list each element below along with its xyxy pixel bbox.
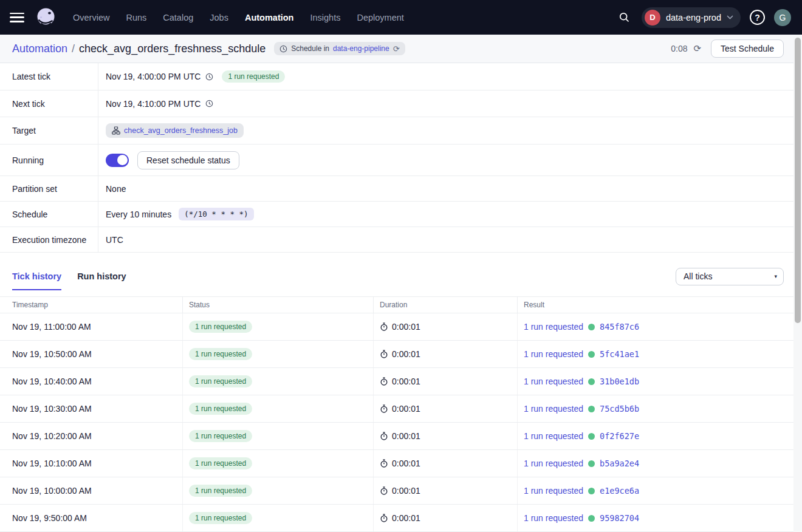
test-schedule-button[interactable]: Test Schedule [711, 39, 784, 58]
run-id-link[interactable]: 0f2f627e [600, 431, 639, 441]
target-job-link[interactable]: check_avg_orders_freshness_job [124, 126, 238, 135]
run-id-link[interactable]: 95982704 [600, 513, 639, 523]
refresh-icon[interactable]: ⟳ [693, 43, 701, 54]
stopwatch-icon [380, 514, 388, 522]
help-glyph: ? [755, 13, 760, 22]
run-id-link[interactable]: 845f87c6 [600, 322, 639, 332]
run-id-link[interactable]: 5fc41ae1 [600, 349, 639, 359]
scrollbar-thumb[interactable] [795, 38, 801, 323]
stopwatch-icon [380, 486, 388, 495]
tab-run-history[interactable]: Run history [77, 271, 126, 290]
breadcrumb-separator: / [72, 43, 75, 55]
tick-status-badge: 1 run requested [189, 512, 252, 524]
schedule-description: Every 10 minutes [106, 210, 171, 219]
tick-status-badge: 1 run requested [189, 457, 252, 469]
page-title: check_avg_orders_freshness_schdule [79, 43, 266, 55]
scrollbar-track [793, 35, 802, 532]
detail-row-target: Target check_avg_orders_freshness_job [0, 117, 802, 145]
page: Overview Runs Catalog Jobs Automation In… [0, 0, 802, 532]
tick-result-link[interactable]: 1 run requested [524, 431, 583, 441]
tick-status-badge: 1 run requested [189, 403, 252, 415]
run-id-link[interactable]: b5a9a2e4 [600, 459, 639, 468]
nav-item-insights[interactable]: Insights [310, 13, 340, 22]
timezone-value: UTC [106, 235, 123, 245]
next-tick-timestamp: Nov 19, 4:10:00 PM UTC [106, 99, 200, 109]
tick-result-link[interactable]: 1 run requested [524, 322, 583, 332]
target-label: Target [0, 117, 98, 144]
tick-result-link[interactable]: 1 run requested [524, 486, 583, 496]
tick-status-badge: 1 run requested [189, 430, 252, 442]
reset-schedule-status-button[interactable]: Reset schedule status [137, 151, 239, 169]
breadcrumb-automation-link[interactable]: Automation [12, 43, 67, 55]
partition-set-label: Partition set [0, 176, 98, 201]
run-status-dot [588, 433, 595, 440]
tick-result-link[interactable]: 1 run requested [524, 377, 583, 386]
target-job-pill[interactable]: check_avg_orders_freshness_job [106, 123, 244, 138]
tick-filter-dropdown[interactable]: All ticks ▾ [676, 268, 784, 285]
tick-row: Nov 19, 9:50:00 AM 1 run requested 0:00:… [0, 505, 793, 532]
user-avatar[interactable]: G [774, 9, 791, 26]
dagster-logo-icon[interactable] [35, 7, 57, 29]
run-status-dot [588, 351, 595, 358]
menu-icon[interactable] [10, 13, 24, 22]
tick-row: Nov 19, 10:30:00 AM 1 run requested 0:00… [0, 395, 793, 423]
chevron-down-icon [727, 15, 733, 19]
tick-duration: 0:00:01 [392, 322, 420, 332]
repository-link[interactable]: data-eng-pipeline [333, 44, 389, 53]
run-status-dot [588, 324, 595, 330]
tick-status-badge: 1 run requested [189, 375, 252, 387]
stopwatch-icon [380, 350, 388, 358]
run-id-link[interactable]: 75cd5b6b [600, 404, 639, 414]
nav-item-deployment[interactable]: Deployment [357, 13, 403, 22]
nav-item-automation[interactable]: Automation [245, 13, 294, 22]
tick-result-link[interactable]: 1 run requested [524, 513, 583, 523]
tick-timestamp: Nov 19, 10:30:00 AM [12, 404, 92, 414]
tick-result-link[interactable]: 1 run requested [524, 459, 583, 468]
badge-refresh-icon[interactable]: ⟳ [393, 45, 400, 53]
run-status-dot [588, 488, 595, 494]
run-id-link[interactable]: 31b0e1db [600, 377, 639, 386]
workspace-switcher[interactable]: D data-eng-prod [642, 7, 741, 28]
run-id-link[interactable]: e1e9ce6a [600, 486, 639, 496]
history-tabs-bar: Tick history Run history All ticks ▾ [0, 253, 802, 296]
tick-result-link[interactable]: 1 run requested [524, 404, 583, 414]
running-toggle[interactable] [106, 154, 129, 167]
tick-result-link[interactable]: 1 run requested [524, 349, 583, 359]
workspace-avatar: D [645, 10, 660, 26]
latest-tick-timestamp: Nov 19, 4:00:00 PM UTC [106, 72, 200, 81]
tab-tick-history[interactable]: Tick history [12, 271, 61, 290]
tick-row: Nov 19, 10:20:00 AM 1 run requested 0:00… [0, 423, 793, 450]
tick-status-badge: 1 run requested [189, 321, 252, 333]
page-header: Automation / check_avg_orders_freshness_… [0, 35, 802, 63]
detail-row-latest-tick: Latest tick Nov 19, 4:00:00 PM UTC 1 run… [0, 63, 802, 90]
search-icon[interactable] [617, 10, 632, 26]
tick-row: Nov 19, 10:50:00 AM 1 run requested 0:00… [0, 341, 793, 368]
tick-timestamp: Nov 19, 10:50:00 AM [12, 349, 92, 359]
nav-item-runs[interactable]: Runs [126, 13, 146, 22]
tick-row: Nov 19, 11:00:00 AM 1 run requested 0:00… [0, 313, 793, 341]
help-icon[interactable]: ? [750, 10, 765, 25]
partition-set-value: None [106, 184, 126, 194]
tick-status-badge: 1 run requested [189, 485, 252, 497]
tick-duration: 0:00:01 [392, 431, 420, 441]
latest-tick-status-badge: 1 run requested [222, 70, 285, 83]
stopwatch-icon [380, 432, 388, 440]
next-tick-label: Next tick [0, 90, 98, 117]
schedule-location-badge: Schedule in data-eng-pipeline ⟳ [274, 42, 405, 55]
schedule-badge-prefix: Schedule in [291, 44, 329, 53]
cron-expression: (*/10 * * * *) [179, 208, 253, 220]
nav-item-catalog[interactable]: Catalog [163, 13, 193, 22]
run-status-dot [588, 378, 595, 385]
schedule-label: Schedule [0, 202, 98, 227]
col-header-duration: Duration [373, 297, 517, 313]
nav-item-jobs[interactable]: Jobs [210, 13, 228, 22]
tick-duration: 0:00:01 [392, 459, 420, 468]
timezone-label: Execution timezone [0, 227, 98, 252]
stopwatch-icon [380, 459, 388, 468]
detail-row-running: Running Reset schedule status [0, 145, 802, 176]
nav-item-overview[interactable]: Overview [73, 13, 109, 22]
run-status-dot [588, 460, 595, 467]
tick-timestamp: Nov 19, 11:00:00 AM [12, 322, 91, 332]
tick-duration: 0:00:01 [392, 377, 420, 386]
running-label: Running [0, 145, 98, 176]
